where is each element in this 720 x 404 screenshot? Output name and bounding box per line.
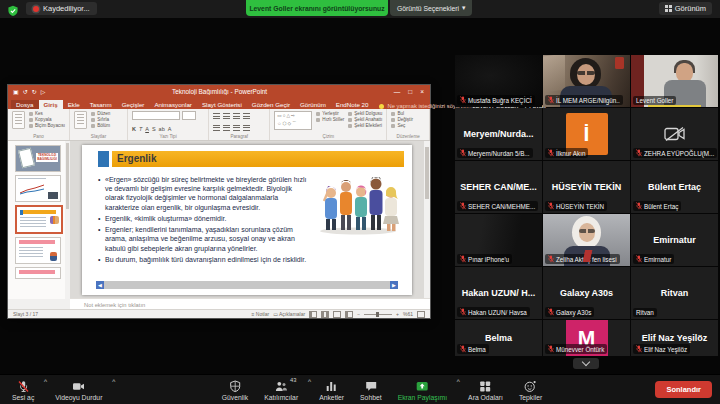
slide-thumbnail-5[interactable]	[15, 267, 61, 279]
layout-button[interactable]: Düzen	[91, 111, 110, 116]
participant-tile[interactable]: İİlknur Akın	[543, 108, 630, 160]
stop-video-button[interactable]: Videoyu Durdur ^	[47, 375, 115, 404]
participant-tile[interactable]: Meryem/Nurda...Meryem/Nurdan 5/B...	[455, 108, 542, 160]
normal-view-icon[interactable]	[309, 311, 317, 318]
participant-name-label: Bülent Ertaç	[633, 201, 681, 211]
participant-tile[interactable]: MMünevver Öntürk	[543, 320, 630, 356]
align-buttons[interactable]	[213, 125, 250, 131]
close-icon[interactable]: ×	[420, 88, 424, 95]
participant-name-label: Ritvan	[633, 308, 657, 317]
participant-tile[interactable]: EmirnaturEmirnatur	[631, 214, 718, 266]
minimize-icon[interactable]: —	[394, 88, 401, 95]
tab-dosya[interactable]: Dosya	[11, 100, 39, 109]
slide-sorter-view-icon[interactable]	[321, 311, 329, 318]
copy-button[interactable]: Kopyala	[29, 117, 65, 122]
tab-gozden-gecir[interactable]: Gözden Geçir	[247, 100, 295, 109]
participant-tile[interactable]: İL MEM ARGE/Nilgün..	[543, 55, 630, 107]
view-options-button[interactable]: Görüntü Seçenekleri▾	[390, 0, 472, 16]
meeting-toolbar: Sesi aç ^ Videoyu Durdur ^ Güvenlik	[0, 374, 720, 404]
participant-tile[interactable]: RitvanRitvan	[631, 267, 718, 319]
replace-button[interactable]: Değiştir	[391, 117, 413, 122]
format-painter-button[interactable]: Biçim Boyacısı	[29, 123, 65, 128]
redo-icon[interactable]: ↻	[32, 88, 37, 95]
scroll-left-arrow[interactable]: ◀	[96, 281, 104, 289]
reset-button[interactable]: Sıfırla	[91, 117, 110, 122]
slide-thumbnail-4[interactable]	[15, 237, 61, 264]
participant-tile[interactable]: SEHER CAN/ME...SEHER CAN/MEHME...	[455, 161, 542, 213]
participants-button[interactable]: 43 Katılımcılar ^	[256, 375, 311, 404]
phone-cage-illustration	[18, 148, 35, 169]
zoom-slider[interactable]	[364, 314, 392, 315]
font-style-buttons[interactable]: KTASabA	[132, 126, 172, 132]
reactions-button[interactable]: Tepkiler	[511, 375, 550, 404]
share-screen-button[interactable]: Ekran Paylaşımı ^	[390, 375, 460, 404]
end-meeting-button[interactable]: Sonlandır	[655, 381, 712, 398]
tab-tasarim[interactable]: Tasarım	[85, 100, 117, 109]
shape-fill-button[interactable]: Şekil Dolgusu	[348, 111, 382, 116]
tab-gorunum[interactable]: Görünüm	[295, 100, 331, 109]
slide-thumbnail-3-selected[interactable]	[15, 205, 63, 234]
fit-slide-icon[interactable]	[417, 311, 425, 318]
zoom-in-button[interactable]: +	[396, 311, 399, 317]
participant-tile[interactable]: Galaxy A30sGalaxy A30s	[543, 267, 630, 319]
arrange-button[interactable]: Yerleştir	[316, 111, 344, 116]
tab-gecisler[interactable]: Geçişler	[117, 100, 150, 109]
tab-endnote[interactable]: EndNote 20	[331, 100, 374, 109]
slideshow-view-icon[interactable]	[345, 311, 353, 318]
more-participants-button[interactable]	[573, 358, 599, 369]
unmute-button[interactable]: Sesi aç ^	[4, 375, 47, 404]
participant-tile[interactable]: ZEHRA EYÜPOĞLU(M...	[631, 108, 718, 160]
zoom-out-button[interactable]: −	[357, 311, 360, 317]
slide-thumbnail-1[interactable]: TEKNOLOJİ BAĞIMLILIĞI	[15, 145, 61, 172]
font-size-select[interactable]	[182, 111, 196, 120]
notes-toggle[interactable]: ≡ Notlar	[252, 311, 270, 317]
encryption-shield-icon	[7, 3, 19, 21]
participant-tile[interactable]: Pınar iPhone'u	[455, 214, 542, 266]
cut-button[interactable]: Kes	[29, 111, 65, 116]
save-icon[interactable]: ▣	[13, 88, 19, 95]
slide-title-accent-square	[98, 151, 109, 167]
shape-effects-button[interactable]: Şekil Efektleri	[348, 123, 382, 128]
tab-ekle[interactable]: Ekle	[63, 100, 85, 109]
participant-tile[interactable]: Bülent ErtaçBülent Ertaç	[631, 161, 718, 213]
shape-outline-button[interactable]: Şekil Anahattı	[348, 117, 382, 122]
find-button[interactable]: Bul	[391, 111, 413, 116]
comments-toggle[interactable]: ▭ Açıklamalar	[273, 311, 305, 317]
recording-indicator[interactable]: Kaydediliyor...	[26, 2, 97, 15]
participant-tile[interactable]: Elif Naz YeşilözElif Naz Yeşilöz	[631, 320, 718, 356]
video-options-chevron[interactable]: ^	[112, 378, 116, 384]
tab-slayt-gosterisi[interactable]: Slayt Gösterisi	[197, 100, 247, 109]
zoom-percent[interactable]: %61	[403, 311, 413, 317]
slide-body-text[interactable]: •«Ergen» sözcüğü bir süreç belirtmekte v…	[98, 175, 312, 266]
slide-horizontal-scrollbar[interactable]: ◀ ▶	[96, 281, 398, 289]
breakout-rooms-button[interactable]: Ara Odaları	[460, 375, 511, 404]
participant-tile[interactable]: Hakan UZUN/ H...Hakan UZUN/ Havsa	[455, 267, 542, 319]
security-button[interactable]: Güvenlik	[214, 375, 256, 404]
paste-button[interactable]	[12, 111, 25, 129]
participant-tile[interactable]: Zeliha Aktaş fen lisesi	[543, 214, 630, 266]
section-button[interactable]: Bölüm	[91, 123, 110, 128]
undo-icon[interactable]: ↺	[23, 88, 28, 95]
participant-tile[interactable]: Mustafa Buğra KEÇİCİ	[455, 55, 542, 107]
shapes-gallery[interactable]: ▭○△⇨☆⬡◇⌒	[274, 111, 312, 130]
slide-thumbnail-2[interactable]	[15, 175, 61, 202]
slide-editor[interactable]: Ergenlik •«Ergen» sözcüğü bir süreç beli…	[82, 145, 412, 295]
view-button[interactable]: Görünüm	[659, 2, 712, 15]
participant-tile[interactable]: HÜSEYİN TEKİNHÜSEYİN TEKİN	[543, 161, 630, 213]
tab-giris[interactable]: Giriş	[39, 100, 63, 109]
scroll-right-arrow[interactable]: ▶	[390, 281, 398, 289]
list-buttons[interactable]	[213, 113, 250, 119]
slide-title-bar[interactable]: Ergenlik	[112, 151, 404, 167]
font-name-select[interactable]	[132, 111, 180, 120]
tab-animasyonlar[interactable]: Animasyonlar	[149, 100, 197, 109]
chat-button[interactable]: Sohbet	[352, 375, 390, 404]
select-button[interactable]: Seç	[391, 123, 413, 128]
new-slide-button[interactable]	[74, 111, 87, 129]
participant-tile[interactable]: Levent Goller	[631, 55, 718, 107]
quick-styles-button[interactable]: Hızlı Stiller	[316, 117, 344, 122]
participant-tile[interactable]: BelmaBelma	[455, 320, 542, 356]
reading-view-icon[interactable]	[333, 311, 341, 318]
restore-icon[interactable]: □	[408, 88, 412, 95]
polls-button[interactable]: Anketler	[311, 375, 352, 404]
canvas-vertical-scrollbar[interactable]	[424, 141, 430, 299]
